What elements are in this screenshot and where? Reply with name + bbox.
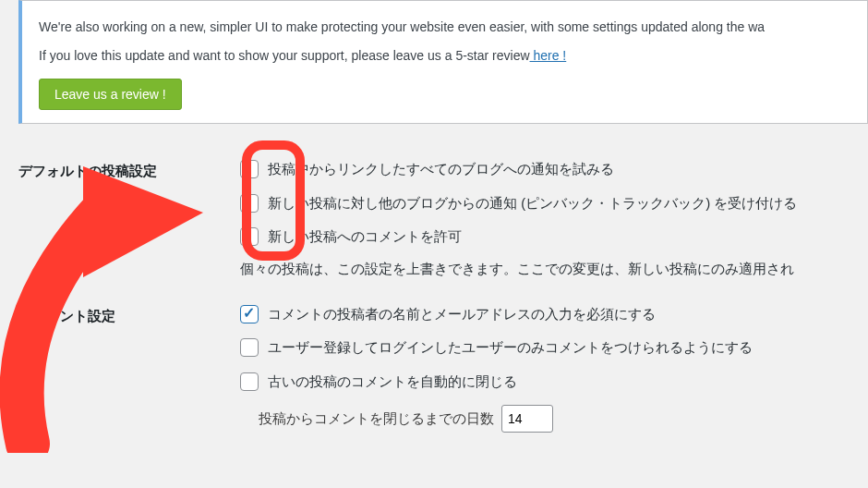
close-days-input[interactable] <box>501 405 553 433</box>
default-post-settings-label: デフォルトの投稿設定 <box>18 159 240 180</box>
auto-close-old-checkbox[interactable] <box>240 372 259 391</box>
close-days-field: 投稿からコメントを閉じるまでの日数 <box>259 405 868 433</box>
allow-comments-option[interactable]: 新しい投稿へのコメントを許可 <box>240 226 868 248</box>
review-link[interactable]: here ! <box>530 48 567 63</box>
other-comment-settings-label: のコメント設定 <box>18 304 240 325</box>
require-login-checkbox[interactable] <box>240 338 259 357</box>
require-name-email-checkbox[interactable] <box>240 305 259 323</box>
default-post-settings-row: デフォルトの投稿設定 投稿中からリンクしたすべてのブログへの通知を試みる 新しい… <box>18 142 868 278</box>
settings-table: デフォルトの投稿設定 投稿中からリンクしたすべてのブログへの通知を試みる 新しい… <box>0 142 868 433</box>
pingback-notify-option[interactable]: 投稿中からリンクしたすべてのブログへの通知を試みる <box>240 159 868 180</box>
close-days-label: 投稿からコメントを閉じるまでの日数 <box>259 410 494 428</box>
leave-review-button[interactable]: Leave us a review ! <box>39 79 182 110</box>
require-login-option[interactable]: ユーザー登録してログインしたユーザーのみコメントをつけられるようにする <box>240 337 868 359</box>
require-name-email-option[interactable]: コメントの投稿者の名前とメールアドレスの入力を必須にする <box>240 304 868 325</box>
notice-line-2: If you love this update and want to show… <box>39 46 850 66</box>
pingback-notify-checkbox[interactable] <box>240 160 259 178</box>
allow-comments-checkbox[interactable] <box>240 227 259 246</box>
pingback-receive-checkbox[interactable] <box>240 194 259 213</box>
review-notice: We're also working on a new, simpler UI … <box>18 0 868 124</box>
default-post-note: 個々の投稿は、この設定を上書きできます。ここでの変更は、新しい投稿にのみ適用され <box>240 261 868 278</box>
auto-close-old-option[interactable]: 古いの投稿のコメントを自動的に閉じる <box>240 372 868 393</box>
pingback-receive-option[interactable]: 新しい投稿に対し他のブログからの通知 (ピンバック・トラックバック) を受け付け… <box>240 193 868 214</box>
notice-line-1: We're also working on a new, simpler UI … <box>39 18 850 37</box>
other-comment-settings-row: のコメント設定 コメントの投稿者の名前とメールアドレスの入力を必須にする ユーザ… <box>18 278 868 433</box>
